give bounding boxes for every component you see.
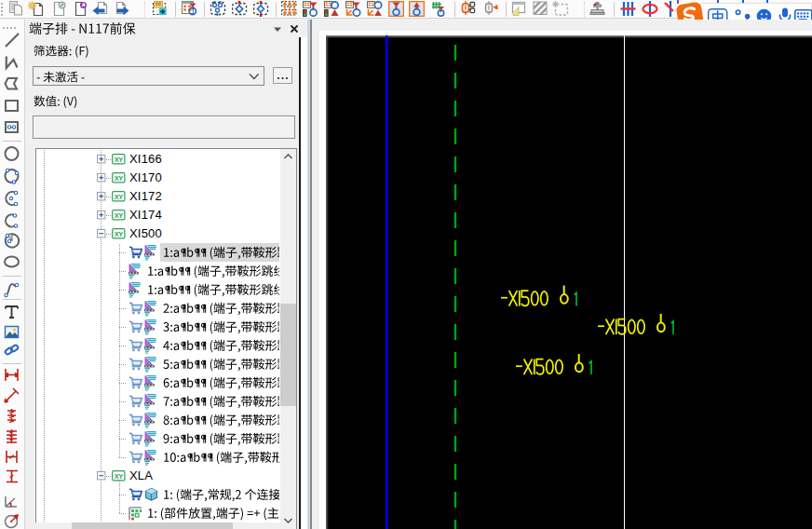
svg-text:XY: XY <box>114 156 123 164</box>
svg-text:XY: XY <box>114 472 123 481</box>
svg-text:XY: XY <box>114 230 123 238</box>
svg-text:XY: XY <box>114 174 123 183</box>
svg-text:XY: XY <box>114 193 123 201</box>
svg-text:XY: XY <box>114 211 123 220</box>
